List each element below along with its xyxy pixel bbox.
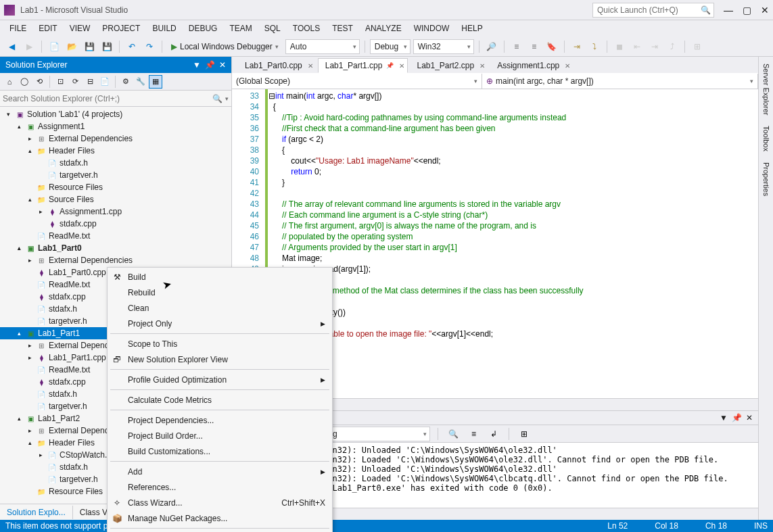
tree-item[interactable]: ▴📁Header Files	[0, 145, 231, 157]
refresh-icon[interactable]: ⟳	[68, 75, 82, 89]
config-combo-1[interactable]: Auto	[285, 39, 360, 54]
menu-item-build-customizations[interactable]: Build Customizations...	[108, 443, 332, 459]
expander-icon[interactable]: ▸	[26, 135, 34, 142]
forward-icon[interactable]: ⟲	[32, 75, 46, 89]
menu-help[interactable]: HELP	[456, 22, 488, 35]
find-button[interactable]: 🔎	[484, 39, 499, 54]
menu-item-project-build-order[interactable]: Project Build Order...	[108, 428, 332, 443]
menu-item-project-only[interactable]: Project Only▶	[108, 316, 332, 331]
menu-item-manage-nuget-packages[interactable]: 📦Manage NuGet Packages...	[108, 510, 332, 526]
misc-button-5[interactable]: ⊞	[690, 39, 705, 54]
close-tab-icon[interactable]: ✕	[565, 62, 570, 70]
expander-icon[interactable]: ▸	[26, 342, 34, 349]
tree-item[interactable]: 📄stdafx.h	[0, 157, 231, 169]
code-text[interactable]: ⊟int main(int argc, char* argv[]) { //Ti…	[268, 89, 758, 398]
menu-tools[interactable]: TOOLS	[287, 22, 325, 35]
menu-file[interactable]: FILE	[4, 22, 32, 35]
close-button[interactable]: ✕	[761, 5, 769, 16]
comment-button[interactable]: ≡	[509, 39, 524, 54]
output-find-icon[interactable]: 🔍	[446, 427, 461, 441]
tree-item[interactable]: 📁Resource Files	[0, 181, 231, 193]
expander-icon[interactable]: ▴	[15, 330, 23, 337]
scope-dropdown-left[interactable]: (Global Scope)	[232, 74, 482, 89]
panel-pin-icon[interactable]: 📌	[205, 60, 215, 70]
minimize-button[interactable]: —	[724, 5, 733, 16]
menu-item-new-solution-explorer-view[interactable]: 🗗New Solution Explorer View	[108, 352, 332, 367]
properties-icon[interactable]: ⚙	[119, 75, 133, 89]
quick-launch-input[interactable]: Quick Launch (Ctrl+Q) 🔍	[592, 3, 714, 18]
menu-edit[interactable]: EDIT	[33, 22, 62, 35]
output-pin-icon[interactable]: 📌	[732, 413, 742, 422]
save-button[interactable]: 💾	[82, 39, 97, 54]
open-button[interactable]: 📂	[64, 39, 79, 54]
panel-dropdown-icon[interactable]: ▼	[193, 60, 201, 70]
tree-item[interactable]: 📄ReadMe.txt	[0, 230, 231, 242]
context-menu[interactable]: ⚒BuildRebuildCleanProject Only▶Scope to …	[107, 267, 333, 532]
menu-test[interactable]: TEST	[327, 22, 358, 35]
save-all-button[interactable]: 💾	[99, 39, 114, 54]
undo-button[interactable]: ↶	[124, 39, 139, 54]
tree-item[interactable]: ▴▣Lab1_Part0	[0, 242, 231, 254]
tab-solution-explorer[interactable]: Solution Explo...	[0, 506, 73, 519]
tab-server-explorer[interactable]: Server Explorer	[761, 59, 772, 119]
editor-tab[interactable]: Lab1_Part2.cpp✕	[409, 58, 488, 73]
panel-close-icon[interactable]: ✕	[219, 60, 226, 70]
maximize-button[interactable]: ▢	[743, 5, 751, 16]
menu-debug[interactable]: DEBUG	[183, 22, 223, 35]
misc-button-3[interactable]: ⇥	[647, 39, 662, 54]
editor-tab[interactable]: Lab1_Part0.cpp✕	[237, 58, 317, 73]
tab-properties[interactable]: Properties	[761, 158, 772, 200]
menu-item-scope-to-this[interactable]: Scope to This	[108, 336, 332, 352]
redo-button[interactable]: ↷	[142, 39, 157, 54]
expander-icon[interactable]: ▴	[15, 123, 23, 130]
close-tab-icon[interactable]: ✕	[308, 62, 313, 70]
output-close-icon[interactable]: ✕	[746, 413, 753, 422]
expander-icon[interactable]: ▴	[26, 196, 34, 203]
uncomment-button[interactable]: ≡	[527, 39, 542, 54]
expander-icon[interactable]: ▴	[26, 439, 34, 446]
menu-team[interactable]: TEAM	[224, 22, 257, 35]
menu-window[interactable]: WINDOW	[408, 22, 455, 35]
misc-button-4[interactable]: ⤴	[665, 39, 680, 54]
home-icon[interactable]: ⌂	[3, 75, 16, 89]
menu-sql[interactable]: SQL	[259, 22, 286, 35]
menu-item-add[interactable]: Add▶	[108, 464, 332, 479]
expander-icon[interactable]: ▴	[15, 415, 23, 422]
menu-item-class-wizard[interactable]: ✧Class Wizard...Ctrl+Shift+X	[108, 495, 332, 510]
config-combo-2[interactable]: Debug	[370, 39, 411, 54]
menu-item-calculate-code-metrics[interactable]: Calculate Code Metrics	[108, 392, 332, 408]
show-all-icon[interactable]: 📄	[98, 75, 112, 89]
tree-item[interactable]: ▸⊞External Dependencies	[0, 132, 231, 145]
misc-button-2[interactable]: ⇤	[630, 39, 645, 54]
menu-item-rebuild[interactable]: Rebuild	[108, 285, 332, 300]
collapse-icon[interactable]: ⊟	[83, 75, 97, 89]
expander-icon[interactable]: ▸	[37, 452, 45, 458]
start-debugging-button[interactable]: ▶ Local Windows Debugger ▾	[167, 42, 283, 51]
menu-view[interactable]: VIEW	[64, 22, 96, 35]
close-tab-icon[interactable]: ✕	[399, 62, 404, 70]
expander-icon[interactable]: ▸	[37, 208, 45, 215]
preview-icon[interactable]: ▦	[149, 75, 162, 89]
editor-tab[interactable]: Assignment1.cpp✕	[490, 58, 573, 73]
expander-icon[interactable]: ▾	[4, 111, 12, 118]
step-button-2[interactable]: ⤵	[587, 39, 602, 54]
menu-build[interactable]: BUILD	[147, 22, 181, 35]
tree-item[interactable]: ⧫stdafx.cpp	[0, 218, 231, 230]
platform-combo[interactable]: Win32	[413, 39, 474, 54]
solution-search-input[interactable]	[3, 94, 212, 103]
tree-item[interactable]: ▸⧫Assignment1.cpp	[0, 205, 231, 218]
back-icon[interactable]: ◯	[18, 75, 31, 89]
tab-toolbox[interactable]: Toolbox	[761, 122, 772, 155]
step-button-1[interactable]: ⇥	[569, 39, 584, 54]
tree-item[interactable]: ▴📁Source Files	[0, 193, 231, 205]
expander-icon[interactable]: ▴	[15, 245, 23, 251]
scope-dropdown-right[interactable]: ⊕ main(int argc, char * argv[])	[482, 74, 758, 89]
sync-icon[interactable]: ⊡	[53, 75, 67, 89]
menu-item-profile-guided-optimization[interactable]: Profile Guided Optimization▶	[108, 372, 332, 387]
menu-item-references[interactable]: References...	[108, 479, 332, 495]
solution-search[interactable]: 🔍 ▾	[0, 91, 231, 107]
close-tab-icon[interactable]: ✕	[479, 62, 485, 70]
tree-item[interactable]: 📄targetver.h	[0, 169, 231, 181]
output-clear-icon[interactable]: ≡	[466, 427, 481, 441]
menu-item-build[interactable]: ⚒Build	[108, 269, 332, 285]
